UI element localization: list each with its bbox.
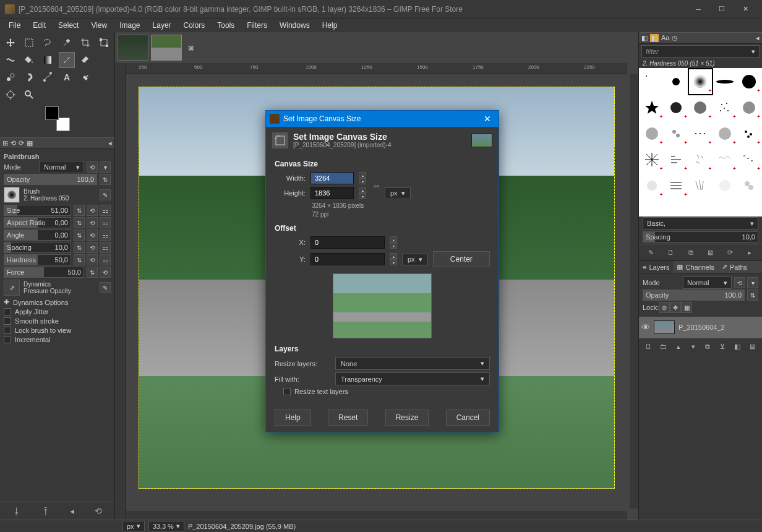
lock-position-icon[interactable]: ✥ [670, 302, 681, 313]
brush-filter-input[interactable]: filter▾ [641, 45, 760, 58]
history-tab-icon[interactable]: ◷ [672, 34, 678, 42]
open-brush-icon[interactable]: ▸ [744, 247, 755, 258]
resize-layers-select[interactable]: None▾ [335, 357, 490, 370]
reset-button[interactable]: Reset [328, 410, 368, 426]
minimize-button[interactable]: ─ [687, 1, 710, 17]
brush-item[interactable]: + [689, 147, 712, 172]
text-tool[interactable]: A [59, 69, 75, 85]
path-tool[interactable] [40, 69, 56, 85]
brush-item[interactable]: + [640, 121, 663, 146]
layers-tab[interactable]: ≡Layers [639, 261, 673, 273]
status-unit-select[interactable]: px▾ [122, 521, 145, 531]
jitter-checkbox[interactable]: Apply Jitter [4, 308, 111, 315]
lasso-tool[interactable] [40, 35, 56, 51]
opts-photo-icon[interactable]: ▦ [27, 139, 33, 147]
tab-2[interactable] [151, 35, 182, 61]
x-input[interactable] [310, 236, 385, 249]
brush-item[interactable] [713, 173, 736, 198]
brush-item[interactable]: + [640, 147, 663, 172]
chain-icon[interactable]: ⚯ [374, 182, 379, 191]
merge-layer-icon[interactable]: ⊻ [717, 341, 728, 352]
opacity-slider[interactable]: Opacity100,0 [4, 174, 97, 185]
move-tool[interactable] [2, 35, 19, 51]
scrollbar-vertical[interactable] [630, 74, 638, 508]
brush-preview[interactable] [4, 187, 20, 203]
brush-item[interactable]: + [689, 95, 712, 120]
brush-item[interactable]: + [689, 69, 712, 94]
canvas-unit-select[interactable]: px▾ [385, 187, 411, 199]
layer-name[interactable]: P_20150604_2 [679, 324, 725, 331]
resize-button[interactable]: Resize [385, 410, 429, 426]
hardness-slider[interactable]: Hardness50,0 [4, 254, 71, 265]
help-button[interactable]: Help [275, 410, 311, 426]
width-down[interactable]: ▾ [359, 178, 366, 184]
layer-thumbnail[interactable] [654, 320, 675, 334]
tab-close-icon[interactable]: ⊠ [184, 35, 197, 61]
brush-item[interactable]: + [738, 121, 761, 146]
ruler-horizontal[interactable]: 250 500 750 1000 1250 1500 1750 2000 225… [126, 63, 627, 74]
smooth-checkbox[interactable]: Smooth stroke [4, 317, 111, 325]
layer-down-icon[interactable]: ▾ [688, 341, 699, 352]
del-brush-icon[interactable]: ⊠ [704, 247, 716, 258]
crop-tool[interactable] [77, 35, 93, 51]
menu-filters[interactable]: Filters [241, 19, 273, 32]
channels-tab[interactable]: ▦Channels [673, 261, 717, 273]
layer-item[interactable]: 👁 P_20150604_2 [639, 317, 762, 338]
width-up[interactable]: ▴ [359, 172, 366, 178]
brush-item[interactable]: + [689, 121, 712, 146]
opts-redo-icon[interactable]: ⟳ [19, 139, 24, 147]
reset-options-icon[interactable]: ⟲ [95, 506, 102, 516]
gradient-tool[interactable] [40, 52, 56, 68]
menu-help[interactable]: Help [316, 19, 344, 32]
mode-menu-icon[interactable]: ▾ [100, 161, 111, 173]
brush-spacing-slider[interactable]: Spacing10,0 [643, 231, 758, 242]
new-brush-icon[interactable]: 🗋 [666, 247, 677, 258]
dup-brush-icon[interactable]: ⧉ [685, 247, 696, 258]
close-button[interactable]: ✕ [734, 1, 757, 17]
lockbrush-checkbox[interactable]: Lock brush to view [4, 327, 111, 334]
force-slider[interactable]: Force50,0 [4, 267, 84, 278]
brush-item[interactable]: + [664, 173, 687, 198]
dialog-close-icon[interactable]: ✕ [480, 114, 495, 124]
delete-options-icon[interactable]: ◂ [70, 506, 74, 516]
brush-item[interactable] [640, 69, 663, 94]
brush-item[interactable] [713, 69, 736, 94]
opts-tab-icon[interactable]: ⊞ [2, 139, 8, 147]
edit-brush-icon[interactable]: ✎ [646, 247, 657, 258]
wand-tool[interactable] [59, 35, 75, 51]
menu-file[interactable]: File [2, 19, 27, 32]
center-button[interactable]: Center [433, 251, 490, 267]
size-slider[interactable]: Size51,00 [4, 205, 71, 216]
width-input[interactable] [310, 172, 354, 184]
fg-bg-colors[interactable] [45, 106, 70, 131]
new-group-icon[interactable]: 🗀 [658, 341, 669, 352]
paths-tab[interactable]: ⇗Paths [718, 261, 751, 273]
brush-item[interactable]: + [640, 95, 663, 120]
tab-1[interactable] [118, 35, 148, 61]
transform-tool[interactable] [96, 35, 112, 51]
height-input[interactable] [310, 187, 354, 199]
dynamics-icon[interactable]: ⇗ [4, 280, 20, 296]
menu-layer[interactable]: Layer [147, 19, 178, 32]
picker-tool[interactable] [2, 87, 19, 103]
incremental-checkbox[interactable]: Incremental [4, 336, 111, 343]
brush-item[interactable]: + [713, 95, 736, 120]
lock-pixels-icon[interactable]: ⊘ [659, 302, 670, 313]
menu-colors[interactable]: Colors [178, 19, 212, 32]
brush-edit-icon[interactable]: ✎ [100, 189, 111, 200]
menu-windows[interactable]: Windows [273, 19, 316, 32]
menu-tools[interactable]: Tools [211, 19, 241, 32]
dialog-titlebar[interactable]: Set Image Canvas Size ✕ [266, 111, 499, 127]
brush-item[interactable]: + [713, 121, 736, 146]
fill-with-select[interactable]: Transparency▾ [335, 372, 490, 385]
menu-edit[interactable]: Edit [27, 19, 52, 32]
patterns-tab-icon[interactable]: ◧ [650, 34, 659, 42]
cancel-button[interactable]: Cancel [446, 410, 490, 426]
lock-alpha-icon[interactable]: ▦ [681, 302, 692, 313]
brush-item[interactable]: + [664, 147, 687, 172]
spacing-slider[interactable]: Spacing10,0 [4, 242, 71, 253]
brush-item[interactable]: + [664, 95, 687, 120]
brush-preset-select[interactable]: Basic,▾ [643, 217, 758, 230]
fg-color[interactable] [45, 106, 59, 120]
fonts-tab-icon[interactable]: Aa [661, 34, 669, 42]
